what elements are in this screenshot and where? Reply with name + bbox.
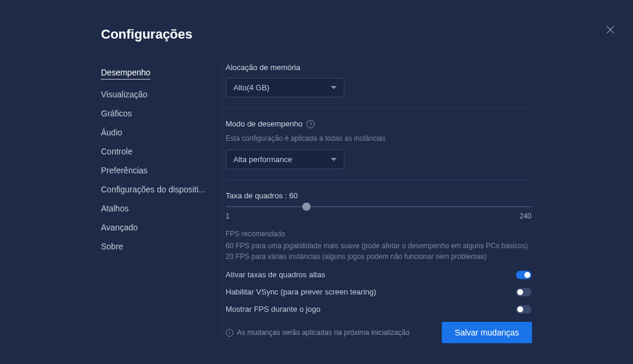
help-icon[interactable]: ? — [306, 120, 315, 128]
footer: i As mudanças serão aplicadas na próxima… — [226, 322, 532, 343]
info-icon: i — [226, 329, 233, 337]
page-title: Configurações — [101, 27, 633, 42]
toggle-row-high-fps: Ativar taxas de quadros altas — [226, 270, 531, 279]
sidebar-item-graficos[interactable]: Gráficos — [101, 104, 211, 123]
slider-thumb[interactable] — [302, 202, 311, 211]
footer-notice-text: As mudanças serão aplicadas na próxima i… — [237, 328, 410, 337]
show-fps-toggle[interactable] — [516, 305, 531, 314]
framerate-label: Taxa de quadros : 60 — [226, 191, 531, 200]
fps-info: FPS recomendado 60 FPS para uma jogabili… — [226, 229, 531, 262]
footer-notice: i As mudanças serão aplicadas na próxima… — [226, 328, 410, 337]
slider-max: 240 — [520, 212, 531, 220]
slider-track — [226, 206, 531, 207]
sidebar: Desempenho Visualização Gráficos Áudio C… — [101, 63, 223, 335]
toggle-knob — [517, 289, 523, 295]
memory-label: Alocação de memória — [226, 63, 531, 72]
framerate-section: Taxa de quadros : 60 1 240 FPS recomenda… — [226, 191, 531, 324]
sidebar-item-desempenho[interactable]: Desempenho — [101, 63, 150, 80]
sidebar-item-controle[interactable]: Controle — [101, 142, 211, 161]
close-icon — [606, 25, 615, 34]
slider-min: 1 — [226, 212, 230, 220]
sidebar-item-audio[interactable]: Áudio — [101, 123, 211, 142]
performance-mode-dropdown[interactable]: Alta performance — [226, 150, 344, 169]
sidebar-item-dispositivo[interactable]: Configurações do dispositi... — [101, 180, 211, 199]
memory-value: Alto(4 GB) — [233, 83, 270, 92]
toggle-row-vsync: Habilitar VSync (para prever screen tear… — [226, 287, 531, 296]
performance-mode-label-text: Modo de desempenho — [226, 119, 302, 128]
memory-dropdown[interactable]: Alto(4 GB) — [226, 78, 344, 97]
performance-mode-value: Alta performance — [233, 155, 292, 164]
high-fps-toggle[interactable] — [516, 271, 531, 279]
performance-mode-label: Modo de desempenho ? — [226, 119, 531, 128]
sidebar-item-sobre[interactable]: Sobre — [101, 237, 211, 256]
caret-down-icon — [331, 86, 337, 89]
content-panel: Alocação de memória Alto(4 GB) Modo de d… — [223, 63, 531, 335]
memory-section: Alocação de memória Alto(4 GB) — [226, 63, 531, 109]
vsync-toggle[interactable] — [516, 288, 531, 296]
show-fps-label: Mostrar FPS durante o jogo — [226, 305, 321, 314]
framerate-slider[interactable]: 1 240 — [226, 206, 531, 220]
fps-info-title: FPS recomendado — [226, 229, 531, 239]
sidebar-item-visualizacao[interactable]: Visualização — [101, 85, 211, 104]
caret-down-icon — [331, 158, 337, 161]
toggle-row-show-fps: Mostrar FPS durante o jogo — [226, 305, 531, 314]
fps-info-text: 60 FPS para uma jogabilidade mais suave … — [226, 240, 531, 262]
save-button[interactable]: Salvar mudanças — [442, 322, 532, 343]
close-button[interactable] — [606, 25, 615, 34]
sidebar-item-avancado[interactable]: Avançado — [101, 218, 211, 237]
sidebar-item-preferencias[interactable]: Preferências — [101, 161, 211, 180]
high-fps-label: Ativar taxas de quadros altas — [226, 270, 325, 279]
slider-labels: 1 240 — [226, 212, 531, 220]
performance-mode-sublabel: Esta configuração é aplicada a todas as … — [226, 134, 531, 143]
sidebar-item-atalhos[interactable]: Atalhos — [101, 199, 211, 218]
performance-mode-section: Modo de desempenho ? Esta configuração é… — [226, 119, 531, 181]
vsync-label: Habilitar VSync (para prever screen tear… — [226, 287, 376, 296]
toggle-knob — [524, 272, 530, 278]
toggle-knob — [517, 306, 523, 312]
